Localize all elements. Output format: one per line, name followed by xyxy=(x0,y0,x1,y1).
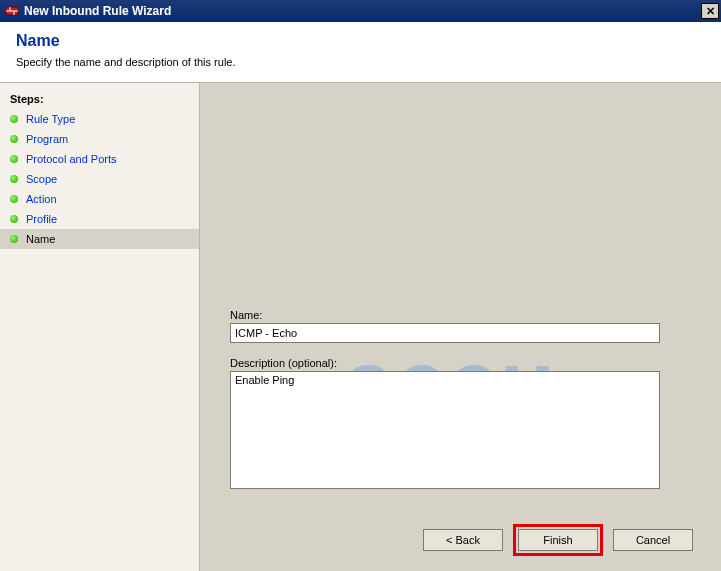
steps-sidebar: Steps: Rule Type Program Protocol and Po… xyxy=(0,83,200,571)
step-label: Name xyxy=(26,233,189,245)
bullet-icon xyxy=(10,115,18,123)
finish-highlight: Finish xyxy=(513,524,603,556)
step-label: Profile xyxy=(26,213,189,225)
wizard-header: Name Specify the name and description of… xyxy=(0,22,721,83)
bullet-icon xyxy=(10,195,18,203)
page-subtitle: Specify the name and description of this… xyxy=(16,56,705,68)
step-label: Scope xyxy=(26,173,189,185)
name-input[interactable] xyxy=(230,323,660,343)
step-name[interactable]: Name xyxy=(0,229,199,249)
bullet-icon xyxy=(10,235,18,243)
description-label: Description (optional): xyxy=(230,357,691,369)
description-row: Description (optional): Enable Ping xyxy=(230,357,691,491)
title-bar: New Inbound Rule Wizard ✕ xyxy=(0,0,721,22)
back-button[interactable]: < Back xyxy=(423,529,503,551)
step-label: Action xyxy=(26,193,189,205)
step-rule-type[interactable]: Rule Type xyxy=(0,109,199,129)
bullet-icon xyxy=(10,215,18,223)
bullet-icon xyxy=(10,135,18,143)
step-label: Protocol and Ports xyxy=(26,153,189,165)
cancel-button[interactable]: Cancel xyxy=(613,529,693,551)
wizard-body: Steps: Rule Type Program Protocol and Po… xyxy=(0,83,721,571)
content-pane: accu web hosting Name: Description (opti… xyxy=(200,83,721,571)
close-button[interactable]: ✕ xyxy=(701,3,719,19)
step-scope[interactable]: Scope xyxy=(0,169,199,189)
bullet-icon xyxy=(10,155,18,163)
window-title: New Inbound Rule Wizard xyxy=(24,4,701,18)
close-icon: ✕ xyxy=(706,5,715,18)
step-action[interactable]: Action xyxy=(0,189,199,209)
step-label: Rule Type xyxy=(26,113,189,125)
step-protocol-ports[interactable]: Protocol and Ports xyxy=(0,149,199,169)
name-label: Name: xyxy=(230,309,691,321)
name-row: Name: xyxy=(230,309,691,343)
wizard-button-row: < Back Finish Cancel xyxy=(423,524,693,556)
description-input[interactable]: Enable Ping xyxy=(230,371,660,489)
bullet-icon xyxy=(10,175,18,183)
step-program[interactable]: Program xyxy=(0,129,199,149)
step-profile[interactable]: Profile xyxy=(0,209,199,229)
page-title: Name xyxy=(16,32,705,50)
finish-button[interactable]: Finish xyxy=(518,529,598,551)
step-label: Program xyxy=(26,133,189,145)
firewall-icon xyxy=(4,3,20,19)
steps-heading: Steps: xyxy=(0,89,199,109)
